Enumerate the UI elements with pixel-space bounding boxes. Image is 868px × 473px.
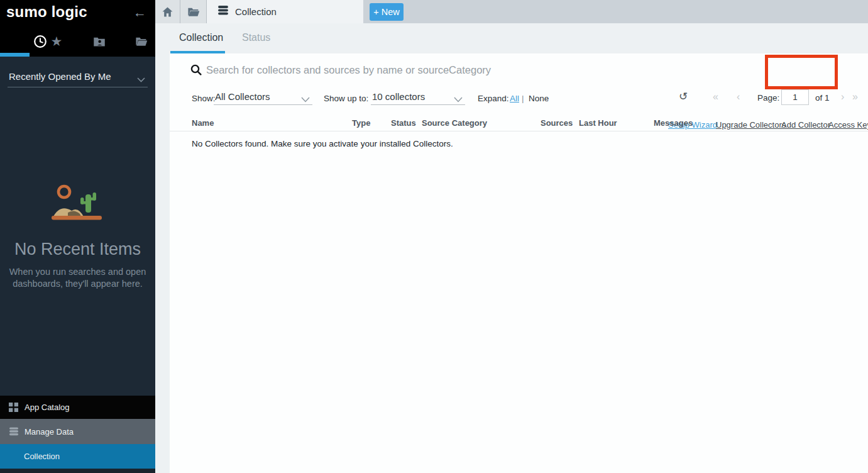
show-filter-select[interactable]: All Collectors [214,88,312,105]
sidebar-item-label: App Catalog [25,403,70,412]
column-header-last-hour[interactable]: Last Hour [579,118,617,128]
database-icon [217,5,229,18]
next-page-icon[interactable]: › [841,91,844,103]
subtab-status[interactable]: Status [242,32,270,43]
shared-folder-icon[interactable] [133,33,150,50]
sidebar-icon-nav: ★ [0,31,155,53]
favorites-tab-star-icon[interactable]: ★ [48,33,65,50]
search-input[interactable] [206,61,608,79]
column-header-type[interactable]: Type [352,118,370,128]
subtab-collection[interactable]: Collection [179,32,223,43]
first-page-icon[interactable]: « [713,91,718,103]
sidebar-item-label: Manage Data [25,427,74,437]
caption-line-1: When you run searches and open [0,266,155,278]
empty-table-message: No Collectors found. Make sure you activ… [192,139,453,148]
sidebar-item-manage-data[interactable]: Manage Data [0,419,155,444]
sidebar-bottom-filler [0,469,155,473]
sidebar-item-label: Collection [24,452,60,461]
recents-tab-clock-icon[interactable] [32,33,48,50]
search-icon [190,64,202,78]
page-label: Page: [757,93,779,103]
sidebar-collapse-arrow-icon[interactable]: ← [133,5,146,20]
home-icon [162,7,173,17]
column-header-name[interactable]: Name [192,118,214,128]
column-header-source-category[interactable]: Source Category [422,118,487,128]
app-window: sumo logic ← ★ Recently Opened By Me [0,0,868,473]
expand-separator: | [522,94,524,103]
recently-opened-dropdown[interactable]: Recently Opened By Me [8,67,148,87]
sidebar-item-collection[interactable]: Collection [0,444,155,469]
refresh-icon[interactable]: ↻ [679,90,688,103]
database-icon [9,426,19,437]
tab-strip: Collection + New [155,0,868,23]
previous-page-icon[interactable]: ‹ [737,91,740,103]
expand-none-link[interactable]: None [529,94,549,103]
column-header-status[interactable]: Status [391,118,416,128]
column-header-sources[interactable]: Sources [541,118,573,128]
no-recent-items-caption: When you run searches and open dashboard… [0,266,155,290]
page-number-input[interactable] [781,89,809,105]
page-count-label: of 1 [815,93,830,103]
show-up-to-value: 10 collectors [372,91,425,102]
expand-all-link[interactable]: All [510,94,519,103]
library-tab[interactable] [180,0,207,23]
new-button[interactable]: + New [370,3,404,21]
chevron-down-icon [301,94,310,105]
show-filter-label: Show: [192,94,216,103]
column-header-messages[interactable]: Messages [654,118,693,128]
show-up-to-select[interactable]: 10 collectors [371,88,465,105]
active-tab-indicator [0,53,30,57]
recently-opened-dropdown-value: Recently Opened By Me [9,71,111,82]
app-grid-icon [9,403,19,413]
show-filter-value: All Collectors [215,91,270,102]
collection-content-panel: Setup Wizard Upgrade Collectors Add Coll… [170,53,868,473]
home-tab[interactable] [155,0,180,23]
collectors-table-header: Name Type Status Source Category Sources… [170,115,868,131]
chevron-down-icon [137,74,145,85]
show-up-to-label: Show up to: [324,94,368,103]
expand-label: Expand: [478,94,509,103]
no-recent-items-title: No Recent Items [0,240,155,259]
last-page-icon[interactable]: » [852,91,858,103]
personal-folder-icon[interactable] [91,33,107,50]
sumo-logic-logo: sumo logic [6,3,87,21]
sidebar-header: sumo logic ← ★ [0,0,155,57]
sidebar-item-app-catalog[interactable]: App Catalog [0,396,155,419]
folder-icon [187,7,200,17]
tab-collection[interactable]: Collection [207,0,363,23]
secondary-tab-row: Collection Status [155,23,868,53]
sidebar: sumo logic ← ★ Recently Opened By Me [0,0,155,473]
chevron-down-icon [454,94,463,105]
caption-line-2: dashboards, they'll appear here. [0,278,155,290]
desert-empty-state-illustration [49,181,107,228]
tab-label: Collection [235,6,277,17]
